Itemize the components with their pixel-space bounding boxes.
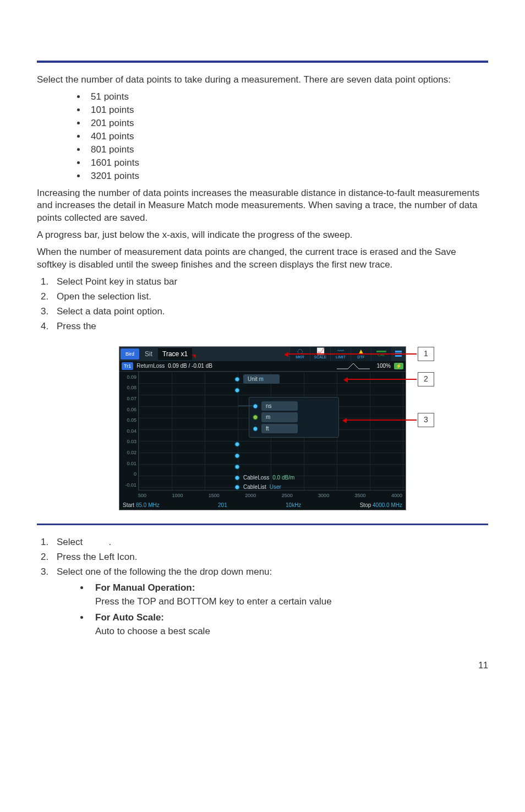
step-item: Select Point key in status bar — [51, 276, 488, 288]
brand-tab[interactable]: Bird — [121, 348, 139, 359]
callouts: 1 2 3 — [408, 347, 441, 510]
cable-list-row[interactable]: CableList User — [234, 483, 339, 491]
radio-icon[interactable] — [234, 475, 240, 481]
radio-selected-icon[interactable] — [253, 415, 258, 420]
unit-submenu: ns m ft — [249, 397, 339, 438]
measure-name: ReturnLoss — [136, 362, 165, 370]
unit-option[interactable]: ns — [261, 401, 298, 411]
trace-marker-icon — [192, 355, 196, 358]
unit-button[interactable]: Unit m — [243, 374, 280, 384]
list-item: 801 points — [86, 144, 488, 156]
callout-box: 2 — [418, 372, 434, 386]
plot-footer: Start 85.0 MHz 201 10kHz Stop 4000.0 MHz — [119, 500, 406, 510]
steps-list-a: Select Point key in status bar Open the … — [37, 276, 488, 333]
callout-arrow-icon — [345, 379, 417, 380]
start-freq[interactable]: Start 85.0 MHz — [123, 502, 160, 509]
trace-tab[interactable]: Trace x1 — [158, 347, 192, 360]
callout-arrow-icon — [286, 353, 417, 355]
plot-area: 0.09 0.08 0.07 0.06 0.05 0.04 0.03 0.02 … — [119, 372, 406, 491]
paragraph: A progress bar, just below the x-axis, w… — [37, 229, 488, 242]
list-item: 51 points — [86, 91, 488, 103]
device-screenshot: Bird Sit Trace x1 ◌MKR 📈SCALE 〰LIMIT ▲DT… — [37, 346, 488, 510]
radio-icon[interactable] — [234, 388, 240, 393]
paragraph: When the number of measurement data poin… — [37, 246, 488, 271]
intro-paragraph: Select the number of data points to take… — [37, 74, 488, 86]
sub-item: For Auto Scale: Auto to choose a best sc… — [90, 612, 488, 638]
bottom-divider — [37, 524, 488, 525]
page-number: 11 — [37, 660, 488, 672]
radio-icon[interactable] — [234, 453, 240, 459]
info-row: Tr1 ReturnLoss 0.09 dB / -0.01 dB 100% ⚡ — [119, 361, 406, 372]
y-axis: 0.09 0.08 0.07 0.06 0.05 0.04 0.03 0.02 … — [119, 372, 138, 491]
unit-option[interactable]: m — [261, 412, 298, 422]
cable-loss-row[interactable]: CableLoss 0.0 dB/m — [234, 474, 339, 482]
measure-value: 0.09 dB / -0.01 dB — [168, 362, 212, 370]
step-item: Press the Left Icon. — [51, 551, 488, 564]
radio-icon[interactable] — [253, 426, 258, 432]
trace-id-badge: Tr1 — [122, 362, 133, 370]
callout-box: 3 — [418, 413, 434, 427]
sparkline-icon — [337, 362, 370, 370]
radio-icon[interactable] — [234, 484, 240, 490]
callout-box: 1 — [418, 347, 434, 361]
data-point-bullet-list: 51 points 101 points 201 points 401 poin… — [37, 91, 488, 183]
step-item: Press the — [51, 320, 488, 333]
steps-list-b: Select . Press the Left Icon. Select one… — [37, 536, 488, 638]
step-item: Select one of the following the the drop… — [51, 566, 488, 638]
callout-arrow-icon — [344, 419, 417, 421]
progress-percent: 100% — [376, 362, 391, 370]
mode-tab[interactable]: Sit — [141, 350, 156, 358]
paragraph: Increasing the number of data points inc… — [37, 187, 488, 225]
step-item: Select . — [51, 536, 488, 549]
radio-icon[interactable] — [234, 377, 240, 382]
list-item: 401 points — [86, 130, 488, 143]
unit-option[interactable]: ft — [261, 424, 298, 434]
sub-item: For Manual Operation: Press the TOP and … — [90, 582, 488, 608]
radio-icon[interactable] — [234, 464, 240, 470]
top-divider — [37, 61, 488, 63]
scale-menu: Unit m . ns m ft . . . — [234, 373, 339, 493]
step-item: Open the selection list. — [51, 291, 488, 303]
radio-icon[interactable] — [234, 442, 240, 447]
list-item: 3201 points — [86, 170, 488, 183]
step-item: Select a data point option. — [51, 306, 488, 318]
plot-grid: Unit m . ns m ft . . . — [138, 372, 406, 491]
ifbw-value[interactable]: 10kHz — [286, 502, 301, 509]
stop-freq[interactable]: Stop 4000.0 MHz — [360, 502, 402, 509]
points-value[interactable]: 201 — [218, 502, 227, 509]
charging-icon: ⚡ — [394, 363, 403, 369]
list-item: 101 points — [86, 104, 488, 117]
list-item: 201 points — [86, 117, 488, 130]
list-item: 1601 points — [86, 157, 488, 170]
